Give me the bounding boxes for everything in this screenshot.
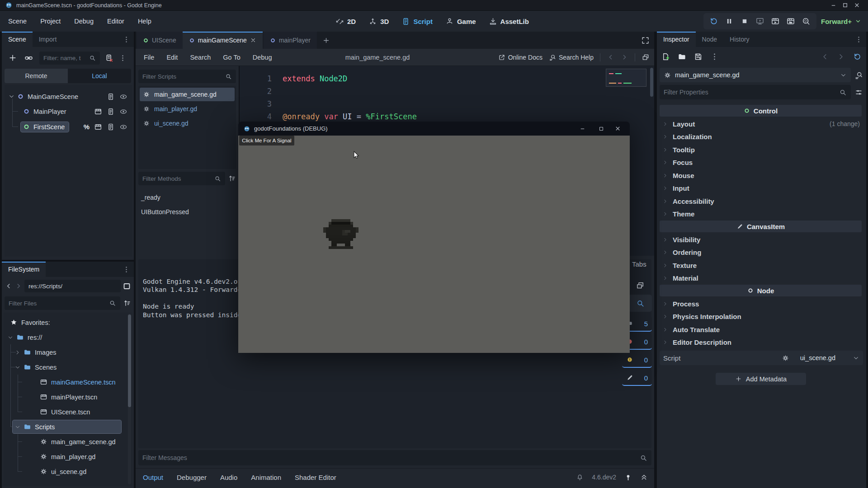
editor-menu-file[interactable]: File (144, 54, 154, 61)
edited-resource-selector[interactable]: main_game_scene.gd (660, 68, 851, 82)
new-resource-button[interactable] (661, 52, 670, 61)
scene-tab-mainPlayer[interactable]: mainPlayer (264, 32, 317, 49)
eye-button[interactable] (119, 108, 127, 116)
tab-history[interactable]: History (723, 32, 756, 47)
game-close-button[interactable] (611, 125, 624, 132)
fs-item-Favorites[interactable]: Favorites: (4, 315, 132, 330)
fs-item-Images[interactable]: Images (4, 345, 132, 360)
tree-down-icon[interactable] (14, 364, 21, 371)
property-filter-options-button[interactable] (854, 88, 863, 97)
play-custom-scene-button[interactable] (786, 17, 795, 26)
replay-button[interactable] (709, 17, 718, 26)
movie-maker-button[interactable] (802, 17, 811, 26)
property-group-texture[interactable]: Texture (660, 259, 862, 272)
add-node-button[interactable] (8, 53, 17, 62)
clapper-button[interactable] (94, 108, 102, 116)
clapper-button[interactable] (94, 123, 102, 131)
open-docs-button[interactable] (854, 71, 863, 80)
detach-script-button[interactable] (105, 54, 113, 62)
inspector-options-button[interactable] (855, 36, 863, 43)
scene-node-MainGameScene[interactable]: MainGameScene (5, 89, 132, 104)
bottom-tab-debugger[interactable]: Debugger (177, 474, 207, 481)
expand-panel-button[interactable] (640, 474, 648, 481)
property-group-physics-interpolation[interactable]: Physics Interpolation (660, 310, 862, 323)
pin-panel-button[interactable] (624, 474, 632, 481)
filter-messages-input[interactable]: Filter Messages (138, 450, 651, 465)
property-group-mouse[interactable]: Mouse (660, 169, 862, 182)
property-group-accessibility[interactable]: Accessibility (660, 195, 862, 207)
view-tab-remote[interactable]: Remote (5, 69, 68, 83)
fs-item-main_player.gd[interactable]: main_player.gd (4, 449, 132, 464)
inspector-history-button[interactable] (853, 52, 862, 61)
property-group-layout[interactable]: Layout(1 change) (660, 117, 862, 130)
script-item-main_player.gd[interactable]: main_player.gd (140, 102, 235, 116)
close-tab-icon[interactable] (250, 37, 256, 43)
tree-down-icon[interactable] (14, 424, 21, 430)
editor-menu-search[interactable]: Search (190, 54, 211, 61)
workspace-2d[interactable]: 2D (335, 17, 356, 26)
code-scrollbar[interactable] (650, 68, 653, 97)
forward-icon[interactable] (14, 282, 23, 290)
script-property-row[interactable]: Scriptui_scene.gd (660, 351, 863, 365)
fs-item-Scenes[interactable]: Scenes (4, 360, 132, 375)
workspace-3d[interactable]: 3D (368, 17, 389, 26)
fs-item-mainPlayer.tscn[interactable]: mainPlayer.tscn (4, 389, 132, 404)
game-debug-window[interactable]: godotFoundations (DEBUG) Click Me For A … (238, 122, 630, 353)
menu-scene[interactable]: Scene (8, 18, 27, 25)
tree-right-icon[interactable] (14, 349, 21, 356)
fs-item-main_game_scene.gd[interactable]: main_game_scene.gd (4, 434, 132, 449)
fs-item-Scripts[interactable]: Scripts (4, 419, 132, 434)
sort-files-icon[interactable] (123, 299, 131, 307)
play-remote-button[interactable] (755, 17, 764, 26)
view-tab-local[interactable]: Local (68, 69, 131, 83)
bottom-tab-shader-editor[interactable]: Shader Editor (295, 474, 336, 481)
tab-import[interactable]: Import (33, 32, 63, 47)
property-group-ordering[interactable]: Ordering (660, 246, 862, 259)
method-item-_ready[interactable]: _ready (141, 191, 160, 204)
eye-button[interactable] (119, 123, 127, 131)
game-maximize-button[interactable] (592, 126, 611, 132)
play-scene-button[interactable] (771, 17, 780, 26)
pause-button[interactable] (725, 17, 734, 26)
property-group-material[interactable]: Material (660, 272, 862, 285)
make-floating-button[interactable] (642, 53, 650, 61)
script-item-main_game_scene.gd[interactable]: main_game_scene.gd (140, 88, 235, 101)
property-group-process[interactable]: Process (660, 297, 862, 310)
renderer-selector[interactable]: Forward+ (821, 11, 861, 32)
property-group-tooltip[interactable]: Tooltip (660, 143, 862, 156)
fs-item-res[interactable]: res:// (4, 330, 132, 345)
close-button[interactable] (851, 2, 863, 9)
editor-menu-edit[interactable]: Edit (166, 54, 178, 61)
game-viewport[interactable]: Click Me For A Signal (238, 136, 630, 353)
signal-button[interactable]: Click Me For A Signal (239, 136, 294, 145)
property-group-focus[interactable]: Focus (660, 156, 862, 169)
scene-node-FirstScene[interactable]: FirstScene% (5, 119, 132, 134)
tab-node[interactable]: Node (696, 32, 723, 47)
maximize-button[interactable] (839, 2, 851, 9)
stop-button[interactable] (740, 17, 749, 26)
code-minimap[interactable] (606, 69, 646, 87)
menu-editor[interactable]: Editor (107, 18, 124, 25)
output-search-button[interactable] (628, 295, 652, 312)
script-button[interactable] (107, 108, 115, 116)
script-button[interactable] (107, 123, 115, 131)
property-group-editor-description[interactable]: Editor Description (660, 336, 862, 349)
load-resource-button[interactable] (678, 52, 686, 61)
dock-options-icon[interactable] (123, 266, 130, 273)
fs-scrollbar-thumb[interactable] (128, 314, 131, 407)
workspace-assetlib[interactable]: AssetLib (489, 17, 529, 26)
scene-filter-input[interactable]: Filter: name, t (39, 52, 100, 65)
path-field[interactable]: res://Scripts/ (24, 280, 121, 292)
scene-tree-options-button[interactable] (119, 54, 127, 62)
game-window-titlebar[interactable]: godotFoundations (DEBUG) (238, 122, 630, 136)
save-resource-button[interactable] (694, 52, 703, 61)
tab-filesystem[interactable]: FileSystem (2, 262, 46, 277)
method-item-UIButtonPressed[interactable]: UIButtonPressed (141, 205, 189, 219)
link-search-help[interactable]: Search Help (549, 54, 594, 61)
property-group-theme[interactable]: Theme (660, 208, 862, 221)
fs-item-mainGameScene.tscn[interactable]: mainGameScene.tscn (4, 375, 132, 389)
scene-tab-UIScene[interactable]: UIScene (137, 32, 183, 49)
history-back-button[interactable] (607, 53, 614, 61)
fs-item-UIScene.tscn[interactable]: UIScene.tscn (4, 404, 132, 419)
bottom-tab-audio[interactable]: Audio (220, 474, 237, 481)
